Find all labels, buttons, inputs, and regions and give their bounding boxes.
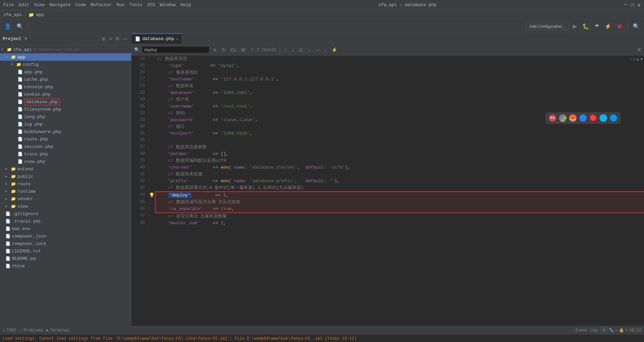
sidebar-item-travis[interactable]: 📄 .travis.yml (0, 217, 131, 225)
line-icon (148, 213, 155, 220)
next-result-button[interactable]: ↓ (290, 46, 296, 53)
opera-icon[interactable]: 🌐 (579, 114, 587, 122)
menu-run[interactable]: Run (117, 2, 124, 7)
sidebar-dropdown-icon[interactable]: ▼ (25, 36, 27, 41)
coverage-button[interactable]: ☂ (593, 22, 601, 30)
line-number: 38 (132, 151, 148, 157)
sidebar-item-bakenv[interactable]: 📄 bak.env (0, 225, 131, 232)
sidebar-item-cache-php[interactable]: 📄 cache.php (0, 76, 131, 83)
menu-bar[interactable]: File Edit View Navigate Code Refactor Ru… (3, 2, 191, 7)
prev-result-button[interactable]: ↑ (283, 46, 288, 53)
sidebar-item-public[interactable]: ▶ 📁 public (0, 173, 131, 180)
tab-database-php[interactable]: 📄 database.php ✕ (132, 33, 182, 44)
add-config-button[interactable]: Add Configuration... (526, 23, 569, 30)
sidebar-item-license[interactable]: 📄 LICENSE.txt (0, 247, 131, 255)
sidebar-item-filesystem-php[interactable]: 📄 filesystem.php (0, 106, 131, 113)
table-row: 45 // 数据库读写是否分离 主从式有效 (132, 199, 644, 206)
search-option1[interactable]: ↕ (306, 46, 311, 53)
tray-icon3[interactable]: 🔒 (619, 328, 624, 333)
toolbar-search-button[interactable]: 🔍 (15, 22, 25, 30)
opera2-icon[interactable]: 🔴 (589, 114, 597, 122)
tray-icon1[interactable]: 🔧 (609, 328, 614, 333)
profile-button[interactable]: 👤 (3, 22, 13, 30)
sidebar-item-vendor[interactable]: ▶ 📁 vendor (0, 195, 131, 203)
sidebar-item-composer-lock[interactable]: 📄 composer.lock (0, 240, 131, 247)
sidebar-item-middleware-php[interactable]: 📄 middleware.php (0, 128, 131, 135)
sidebar-locate-button[interactable]: ⊕ (101, 35, 106, 42)
chrome-icon[interactable]: 🌐 (559, 114, 566, 122)
breadcrumb-folder[interactable]: app (36, 12, 44, 17)
sidebar-item-runtime[interactable]: ▶ 📁 runtime (0, 188, 131, 195)
tab-close[interactable]: ✕ (176, 37, 179, 41)
minimize-button[interactable]: — (624, 2, 627, 8)
sidebar-item-log-php[interactable]: 📄 log.php (0, 120, 131, 128)
sidebar-item-database-php[interactable]: 📄 database.php (0, 98, 131, 106)
sidebar-item-app[interactable]: ▼ 📁 app (0, 53, 131, 61)
log-php-icon: 📄 (18, 122, 23, 127)
tab-icon: 📄 (135, 36, 140, 42)
terminal-button[interactable]: ▶ Terminal (46, 328, 70, 333)
search-close-button[interactable]: ✕ (637, 46, 641, 53)
code-editor[interactable]: PS 🌐 🦊 🌐 🔴 🌐 🌐 24 // 数据库类型 25 (132, 56, 644, 326)
sidebar-item-cookie-php[interactable]: 📄 cookie.php (0, 91, 131, 98)
sidebar-item-trace-php[interactable]: 📄 trace.php (0, 150, 131, 158)
sidebar-item-console-php[interactable]: 📄 console.php (0, 83, 131, 91)
event-log-button[interactable]: Event Log (576, 328, 598, 333)
problems-button[interactable]: ⚠ Problems (20, 328, 43, 333)
sidebar-item-app-php[interactable]: 📄 app.php (0, 68, 131, 76)
match-word-button[interactable]: W (240, 46, 247, 53)
menu-help[interactable]: Help (180, 2, 191, 7)
sidebar-item-route-php[interactable]: 📄 route.php (0, 135, 131, 143)
menu-navigate[interactable]: Navigate (49, 2, 71, 7)
search-filter-button[interactable]: ⚡ (330, 46, 339, 53)
sidebar-item-gitignore[interactable]: 📄 .gitignore (0, 210, 131, 217)
profile-run-button[interactable]: ⚡ (603, 22, 613, 30)
restore-button[interactable]: ❐ (631, 2, 634, 8)
search-toolbar-button[interactable]: 🔍 (631, 22, 641, 30)
sidebar-expand-button[interactable]: ≡ (108, 35, 113, 42)
search-input[interactable] (142, 46, 209, 53)
regex-button[interactable]: .* (249, 46, 255, 53)
sidebar-gear-button[interactable]: ⚙ (115, 35, 120, 42)
menu-file[interactable]: File (3, 2, 14, 7)
todo-button[interactable]: ☑ TODO (3, 328, 16, 333)
window-controls[interactable]: — ❐ ✕ (624, 2, 641, 8)
search-option2[interactable]: ↔ (314, 46, 321, 53)
menu-view[interactable]: View (34, 2, 44, 7)
search-option3[interactable]: ↨ (323, 46, 328, 53)
sidebar-minimize-button[interactable]: — (122, 35, 128, 42)
tray-icon4[interactable]: ⌨ (625, 328, 628, 333)
ie-icon[interactable]: 🌐 (600, 114, 607, 122)
breadcrumb-project[interactable]: zfw_api (3, 12, 22, 17)
sidebar-item-think[interactable]: 📄 think (0, 262, 131, 270)
sidebar-item-route[interactable]: ▶ 📁 route (0, 180, 131, 188)
phpstorm-icon[interactable]: PS (549, 114, 556, 122)
menu-code[interactable]: Code (75, 2, 86, 7)
sidebar-item-config[interactable]: ▼ 📁 config (0, 61, 131, 68)
run-button[interactable]: ▶ (571, 22, 579, 30)
menu-refactor[interactable]: Refactor (90, 2, 112, 7)
lang-indicator[interactable]: 英 (601, 327, 607, 334)
debug-button[interactable]: 🐛 (581, 22, 591, 30)
sidebar-item-extend[interactable]: ▶ 📁 extend (0, 165, 131, 173)
stop-button[interactable]: ⏹ (615, 23, 624, 30)
sidebar-item-session-php[interactable]: 📄 session.php (0, 143, 131, 150)
sidebar-item-root[interactable]: ▼ 📁 zfw_api D:\wamp64\www\zfw_api (0, 46, 131, 53)
menu-window[interactable]: Window (160, 2, 176, 7)
sidebar-item-view-php[interactable]: 📄 view.php (0, 158, 131, 165)
menu-edit[interactable]: Edit (19, 2, 29, 7)
search-refresh-button[interactable]: ↻ (220, 46, 227, 53)
search-view-button[interactable]: ⊡ (298, 46, 304, 53)
tray-icon2[interactable]: ⬆ (615, 328, 618, 333)
sidebar-item-lang-php[interactable]: 📄 lang.php (0, 113, 131, 120)
match-case-button[interactable]: Cc (229, 46, 238, 53)
sidebar-item-view[interactable]: ▶ 📁 view (0, 203, 131, 210)
menu-vcs[interactable]: VCS (147, 2, 155, 7)
firefox-icon[interactable]: 🦊 (569, 114, 577, 122)
menu-tools[interactable]: Tools (129, 2, 142, 7)
sidebar-item-composer-json[interactable]: 📄 composer.json (0, 232, 131, 240)
search-clear-button[interactable]: ✕ (212, 46, 218, 53)
sidebar-item-readme[interactable]: 📄 README.md (0, 255, 131, 262)
close-button[interactable]: ✕ (637, 2, 641, 8)
edge-icon[interactable]: 🌐 (610, 114, 617, 122)
